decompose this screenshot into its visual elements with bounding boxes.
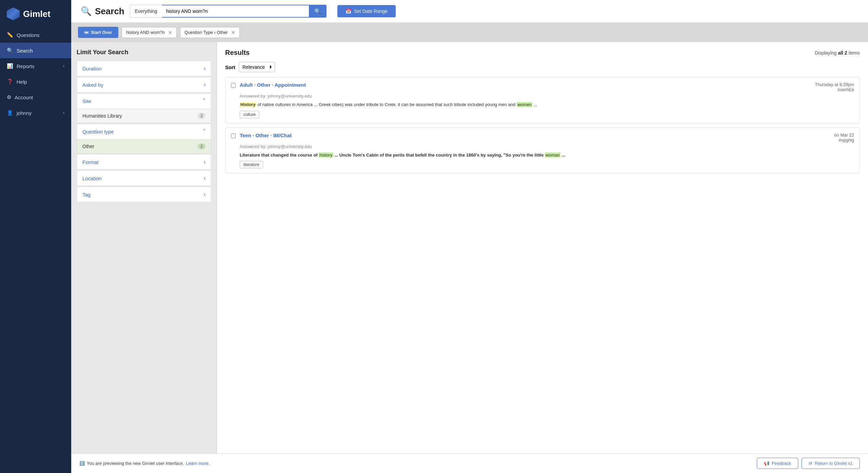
app-name: Gimlet	[23, 9, 51, 19]
result-2-tag: literature	[240, 161, 263, 168]
results-count: Displaying all 2 items	[815, 50, 860, 56]
search-submit-button[interactable]: 🔍	[309, 5, 327, 18]
facet-question-type: Question type ˅ Other 2	[77, 124, 211, 153]
results-title: Results	[225, 49, 250, 57]
sidebar-item-user[interactable]: 👤 johnny ›	[0, 105, 71, 121]
facet-asked-by: Asked by ›	[77, 77, 211, 92]
result-2-highlight-1: history	[319, 152, 333, 158]
results-header: Results Displaying all 2 items	[225, 49, 860, 57]
filter-bar: ⏮ Start Over history AND wom?n ✕ Questio…	[71, 23, 868, 42]
result-1-title[interactable]: Adult · Other · Appointment	[240, 82, 306, 88]
sidebar-label-reports: Reports	[17, 63, 35, 69]
start-over-icon: ⏮	[84, 30, 88, 35]
tag-chevron-icon: ›	[204, 191, 205, 198]
result-1-highlight-1: History	[240, 102, 256, 107]
sidebar-item-account[interactable]: ⚙ Account	[0, 89, 71, 105]
result-2-snippet: Literature that changed the course of hi…	[240, 152, 854, 159]
search-input[interactable]	[162, 5, 309, 18]
facet-site: Site ˅ Humanities Library 2	[77, 93, 211, 123]
facets-title: Limit Your Search	[77, 49, 211, 56]
format-chevron-icon: ›	[204, 159, 205, 165]
result-2-title[interactable]: Teen · Other · IM/Chat	[240, 132, 292, 138]
sidebar-item-help[interactable]: ❓ Help	[0, 74, 71, 89]
app-logo: Gimlet	[0, 0, 71, 27]
sidebar-label-account: Account	[15, 95, 33, 100]
sidebar-item-reports[interactable]: 📊 Reports ›	[0, 58, 71, 74]
page-title: 🔍 Search	[81, 6, 124, 17]
main-area: 🔍 Search Everything 🔍 📅 Set Date Range ⏮…	[71, 0, 868, 473]
return-icon: ⇄	[809, 461, 812, 466]
result-1-answered: Answered by: johnny@university.edu	[240, 94, 854, 99]
sidebar-label-search: Search	[17, 48, 33, 54]
reports-icon: 📊	[7, 63, 13, 69]
result-item-2: Teen · Other · IM/Chat on Mar 22 #xpghlg…	[225, 127, 860, 174]
query-filter-text: history AND wom?n	[126, 30, 165, 35]
type-filter-text: Question Type › Other	[184, 30, 228, 35]
set-date-range-button[interactable]: 📅 Set Date Range	[337, 5, 396, 17]
sidebar-nav: ✏️ Questions 🔍 Search 📊 Reports › ❓ Help…	[0, 27, 71, 473]
result-2-checkbox[interactable]	[231, 133, 236, 169]
result-1-hash: #xerhEe	[815, 87, 854, 92]
facet-location-header[interactable]: Location ›	[77, 170, 211, 186]
sort-label: Sort	[225, 64, 235, 70]
result-2-hash: #xpghlg	[834, 138, 854, 143]
bottom-actions: 📢 Feedback ⇄ Return to Gimlet v1	[757, 458, 860, 469]
facet-tag-header[interactable]: Tag ›	[77, 187, 211, 202]
return-to-v1-button[interactable]: ⇄ Return to Gimlet v1	[802, 458, 860, 469]
remove-type-filter-button[interactable]: ✕	[231, 30, 235, 35]
content-area: Limit Your Search Duration › Asked by › …	[71, 42, 868, 453]
result-2-meta: on Mar 22 #xpghlg	[834, 132, 854, 143]
sidebar: Gimlet ✏️ Questions 🔍 Search 📊 Reports ›…	[0, 0, 71, 473]
result-1-meta: Thursday at 9:29pm #xerhEe	[815, 82, 854, 92]
results-panel: Results Displaying all 2 items Sort Rele…	[217, 42, 868, 453]
start-over-button[interactable]: ⏮ Start Over	[78, 27, 118, 38]
search-scope-dropdown[interactable]: Everything	[130, 5, 162, 18]
header: 🔍 Search Everything 🔍 📅 Set Date Range	[71, 0, 868, 23]
result-1-checkbox[interactable]	[231, 83, 236, 118]
preview-notice: ℹ️ You are previewing the new Gimlet use…	[79, 461, 210, 466]
sidebar-label-help: Help	[17, 79, 27, 85]
info-icon: ℹ️	[79, 461, 85, 466]
facet-question-type-header[interactable]: Question type ˅	[77, 124, 211, 140]
location-chevron-icon: ›	[204, 175, 205, 181]
result-1-snippet: History of native cultures in America ..…	[240, 101, 854, 108]
search-heading-icon: 🔍	[81, 6, 92, 17]
sidebar-label-user: johnny	[17, 110, 32, 116]
sort-select-wrapper: Relevance Date Title	[239, 62, 275, 72]
sidebar-item-questions[interactable]: ✏️ Questions	[0, 27, 71, 43]
result-1-top: Adult · Other · Appointment Thursday at …	[240, 82, 854, 92]
sort-select[interactable]: Relevance Date Title	[239, 62, 275, 72]
result-1-content: Adult · Other · Appointment Thursday at …	[240, 82, 854, 118]
user-icon: 👤	[7, 110, 13, 116]
facet-format-header[interactable]: Format ›	[77, 154, 211, 170]
search-bar: Everything 🔍	[130, 5, 327, 18]
site-chevron-icon: ˅	[203, 98, 205, 104]
learn-more-link[interactable]: Learn more.	[186, 461, 210, 466]
sidebar-label-questions: Questions	[17, 32, 40, 38]
sidebar-item-search[interactable]: 🔍 Search	[0, 43, 71, 58]
facet-site-humanities[interactable]: Humanities Library 2	[77, 109, 211, 123]
result-1-tag: culture	[240, 111, 259, 118]
asked-by-chevron-icon: ›	[204, 82, 205, 88]
facet-location: Location ›	[77, 170, 211, 186]
result-2-highlight-2: woman	[545, 152, 560, 158]
type-filter-tag: Question Type › Other ✕	[180, 27, 240, 38]
results-qualifier: all 2	[838, 50, 847, 56]
bottom-bar: ℹ️ You are previewing the new Gimlet use…	[71, 453, 868, 473]
facet-duration: Duration ›	[77, 61, 211, 76]
result-2-date: on Mar 22	[834, 132, 854, 138]
logo-icon	[7, 7, 20, 20]
facet-format: Format ›	[77, 154, 211, 170]
result-1-highlight-2: women	[517, 102, 532, 107]
result-1-date: Thursday at 9:29pm	[815, 82, 854, 87]
question-type-chevron-icon: ˅	[203, 128, 205, 135]
facet-site-header[interactable]: Site ˅	[77, 93, 211, 109]
facet-asked-by-header[interactable]: Asked by ›	[77, 77, 211, 92]
query-filter-tag: history AND wom?n ✕	[122, 27, 177, 38]
result-2-top: Teen · Other · IM/Chat on Mar 22 #xpghlg	[240, 132, 854, 143]
feedback-button[interactable]: 📢 Feedback	[757, 458, 798, 469]
facets-panel: Limit Your Search Duration › Asked by › …	[71, 42, 217, 453]
remove-query-filter-button[interactable]: ✕	[168, 30, 172, 35]
facet-question-type-other[interactable]: Other 2	[77, 140, 211, 153]
facet-duration-header[interactable]: Duration ›	[77, 61, 211, 76]
